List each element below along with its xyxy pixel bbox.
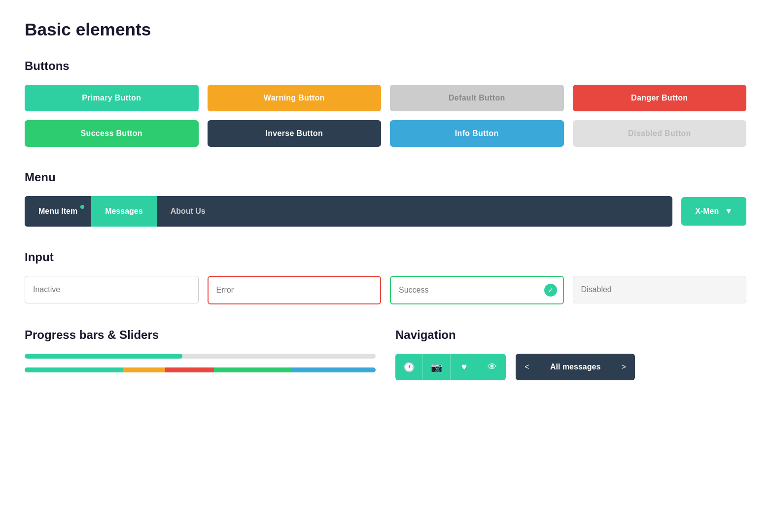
seg-red xyxy=(165,367,214,372)
success-field: ✓ xyxy=(390,276,564,304)
success-button[interactable]: Success Button xyxy=(25,120,199,147)
inverse-button[interactable]: Inverse Button xyxy=(208,120,382,147)
notification-dot xyxy=(80,205,84,209)
heart-icon-button[interactable]: ♥ xyxy=(451,354,478,380)
danger-button[interactable]: Danger Button xyxy=(573,85,747,111)
clock-icon-button[interactable]: 🕐 xyxy=(395,354,423,380)
seg-green xyxy=(214,367,291,372)
warning-button[interactable]: Warning Button xyxy=(208,85,382,111)
buttons-section-label: Buttons xyxy=(25,59,746,73)
nav-row: 🕐 📷 ♥ 👁 < All messages > xyxy=(395,354,746,380)
bottom-row: Progress bars & Sliders Navigation 🕐 📷 xyxy=(25,328,746,405)
navigation-section: Navigation 🕐 📷 ♥ 👁 < Al xyxy=(395,328,746,381)
eye-icon: 👁 xyxy=(488,362,497,372)
progress-bar-multicolor xyxy=(25,367,376,372)
prev-page-button[interactable]: < xyxy=(516,354,538,380)
pagination-label: All messages xyxy=(538,363,612,371)
page-title: Basic elements xyxy=(25,20,746,39)
disabled-field xyxy=(573,276,747,304)
disabled-button: Disabled Button xyxy=(573,120,747,147)
progress-fill-1 xyxy=(25,354,182,359)
seg-yellow xyxy=(123,367,165,372)
chevron-right-icon: > xyxy=(622,363,626,371)
progress-bar-1 xyxy=(25,354,376,359)
camera-icon: 📷 xyxy=(431,362,443,373)
info-button[interactable]: Info Button xyxy=(390,120,564,147)
seg-teal xyxy=(25,367,123,372)
clock-icon: 🕐 xyxy=(403,362,415,373)
buttons-section: Buttons Primary Button Warning Button De… xyxy=(25,59,746,147)
chevron-down-icon: ▼ xyxy=(725,207,733,216)
menu-item-messages[interactable]: Messages xyxy=(91,196,157,227)
error-input[interactable] xyxy=(208,276,382,304)
menu-item-about[interactable]: About Us xyxy=(157,196,219,227)
disabled-input xyxy=(573,276,747,303)
input-section: Input ✓ xyxy=(25,250,746,304)
pagination-control: < All messages > xyxy=(516,354,635,380)
button-grid: Primary Button Warning Button Default Bu… xyxy=(25,85,746,147)
messages-label: Messages xyxy=(105,207,143,215)
menu-dropdown[interactable]: X-Men ▼ xyxy=(681,197,746,226)
menu-section-label: Menu xyxy=(25,170,746,184)
inactive-input[interactable] xyxy=(25,276,199,303)
check-icon: ✓ xyxy=(544,284,557,297)
menu-item-menu[interactable]: Menu Item xyxy=(25,196,91,227)
progress-section: Progress bars & Sliders xyxy=(25,328,376,381)
camera-icon-button[interactable]: 📷 xyxy=(423,354,451,380)
input-section-label: Input xyxy=(25,250,746,264)
input-grid: ✓ xyxy=(25,276,746,304)
about-label: About Us xyxy=(171,207,206,215)
heart-icon: ♥ xyxy=(461,362,467,372)
next-page-button[interactable]: > xyxy=(612,354,635,380)
default-button[interactable]: Default Button xyxy=(390,85,564,111)
menu-row: Menu Item Messages About Us X-Men ▼ xyxy=(25,196,746,227)
error-field xyxy=(208,276,382,304)
navigation-section-label: Navigation xyxy=(395,328,746,342)
nav-icon-group: 🕐 📷 ♥ 👁 xyxy=(395,354,506,380)
seg-blue xyxy=(291,367,376,372)
chevron-left-icon: < xyxy=(525,363,529,371)
eye-icon-button[interactable]: 👁 xyxy=(478,354,506,380)
dropdown-label: X-Men xyxy=(695,207,719,216)
inactive-field xyxy=(25,276,199,304)
success-input[interactable] xyxy=(390,276,564,304)
primary-button[interactable]: Primary Button xyxy=(25,85,199,111)
menu-navbar: Menu Item Messages About Us xyxy=(25,196,672,227)
progress-section-label: Progress bars & Sliders xyxy=(25,328,376,342)
menu-item-label: Menu Item xyxy=(38,207,77,215)
menu-section: Menu Menu Item Messages About Us X-Men ▼ xyxy=(25,170,746,227)
